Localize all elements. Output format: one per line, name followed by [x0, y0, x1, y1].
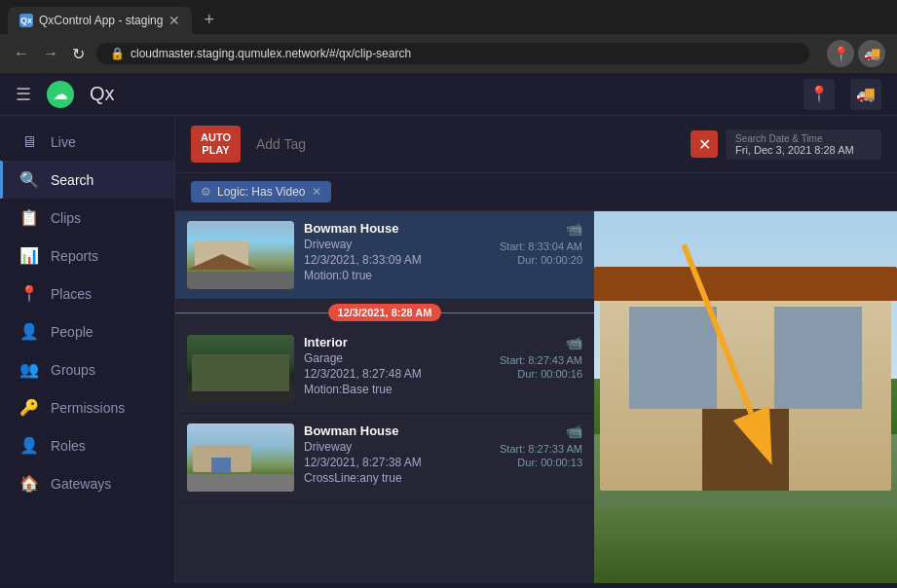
sidebar-item-permissions[interactable]: 🔑 Permissions: [0, 388, 174, 426]
clip-location: Driveway: [304, 440, 490, 454]
clip-list: Bowman House Driveway 12/3/2021, 8:33:09…: [175, 211, 594, 583]
gateways-icon: 🏠: [19, 474, 39, 493]
new-tab-button[interactable]: +: [196, 6, 222, 34]
clip-duration: Dur: 00:00:20: [500, 254, 582, 266]
clip-start-time: Start: 8:27:43 AM: [500, 354, 582, 366]
sidebar-item-places[interactable]: 📍 Places: [0, 275, 174, 312]
app-topbar: ☰ ☁ Qx 📍 🚚: [0, 73, 897, 116]
search-date-area: Search Date & Time Fri, Dec 3, 2021 8:28…: [726, 129, 881, 160]
reports-icon: 📊: [19, 246, 39, 265]
sidebar-label-search: Search: [51, 172, 93, 188]
active-tab[interactable]: Qx QxControl App - staging ✕: [8, 7, 192, 34]
clip-datetime: 12/3/2021, 8:33:09 AM: [304, 253, 490, 267]
clip-duration: Dur: 00:00:16: [500, 368, 582, 380]
sidebar-item-groups[interactable]: 👥 Groups: [0, 350, 174, 388]
extensions-button[interactable]: 🚚: [858, 40, 885, 67]
logo-icon: ☁: [54, 87, 67, 102]
camera-icon: 📹: [500, 423, 582, 439]
places-icon: 📍: [19, 284, 39, 303]
address-bar: ← → ↻ 🔒 cloudmaster.staging.qumulex.netw…: [0, 34, 897, 73]
preview-house-body: [600, 286, 891, 491]
camera-icon: 📹: [500, 335, 582, 350]
people-icon: 👤: [19, 322, 39, 341]
clip-item[interactable]: Bowman House Driveway 12/3/2021, 8:33:09…: [175, 211, 594, 300]
sidebar-item-roles[interactable]: 👤 Roles: [0, 426, 174, 464]
url-text: cloudmaster.staging.qumulex.network/#/qx…: [131, 47, 411, 60]
url-bar[interactable]: 🔒 cloudmaster.staging.qumulex.network/#/…: [96, 43, 809, 64]
clip-title: Interior: [304, 335, 490, 349]
sidebar-item-live[interactable]: 🖥 Live: [0, 124, 174, 161]
refresh-button[interactable]: ↻: [70, 43, 87, 65]
clip-thumbnail: [187, 221, 294, 289]
tag-input[interactable]: [248, 132, 683, 156]
menu-button[interactable]: ☰: [16, 84, 31, 105]
tab-title: QxControl App - staging: [39, 14, 163, 27]
sidebar-label-clips: Clips: [51, 210, 81, 226]
clip-datetime: 12/3/2021, 8:27:38 AM: [304, 456, 490, 469]
preview-roof: [594, 267, 896, 301]
time-marker: 12/3/2021, 8:28 AM: [175, 300, 594, 325]
forward-button[interactable]: →: [41, 43, 60, 64]
search-icon: 🔍: [19, 170, 39, 189]
sidebar-item-reports[interactable]: 📊 Reports: [0, 237, 174, 275]
clip-start-time: Start: 8:27:33 AM: [500, 443, 582, 455]
filter-chip[interactable]: ⚙ Logic: Has Video ✕: [191, 181, 331, 202]
clip-item[interactable]: Bowman House Driveway 12/3/2021, 8:27:38…: [175, 414, 594, 502]
autoplay-button[interactable]: AUTOPLAY: [191, 126, 241, 163]
location-button[interactable]: 📍: [804, 79, 835, 110]
filter-chip-close-button[interactable]: ✕: [312, 185, 321, 199]
sidebar-item-search[interactable]: 🔍 Search: [0, 161, 174, 199]
clip-thumbnail: [187, 423, 294, 492]
search-toolbar: AUTOPLAY ✕ Search Date & Time Fri, Dec 3…: [175, 116, 897, 173]
clip-meta: 📹 Start: 8:27:33 AM Dur: 00:00:13: [500, 423, 582, 468]
clip-item[interactable]: Interior Garage 12/3/2021, 8:27:48 AM Mo…: [175, 325, 594, 414]
sidebar-label-live: Live: [51, 134, 76, 150]
app-brand: Qx: [90, 83, 115, 105]
clip-start-time: Start: 8:33:04 AM: [500, 240, 582, 252]
clip-datetime: 12/3/2021, 8:27:48 AM: [304, 367, 490, 381]
tab-close-button[interactable]: ✕: [168, 13, 180, 28]
clip-meta: 📹 Start: 8:27:43 AM Dur: 00:00:16: [500, 335, 582, 380]
preview-panel: [594, 211, 897, 583]
sidebar-label-permissions: Permissions: [51, 400, 125, 416]
preview-ground: [594, 509, 897, 583]
clip-motion: Motion:0 true: [304, 269, 490, 282]
sidebar-item-gateways[interactable]: 🏠 Gateways: [0, 464, 174, 502]
sidebar-label-places: Places: [51, 286, 92, 302]
sidebar-label-gateways: Gateways: [51, 476, 111, 492]
app-logo: ☁: [47, 81, 74, 108]
sidebar: 🖥 Live 🔍 Search 📋 Clips 📊 Reports 📍 Plac…: [0, 116, 175, 583]
roles-icon: 👤: [19, 436, 39, 455]
browser-chrome: Qx QxControl App - staging ✕ + ← → ↻ 🔒 c…: [0, 0, 897, 73]
close-icon: ✕: [698, 135, 711, 154]
clips-icon: 📋: [19, 208, 39, 227]
live-icon: 🖥: [19, 133, 39, 151]
preview-door: [702, 409, 790, 491]
search-date-value: Fri, Dec 3, 2021 8:28 AM: [735, 144, 872, 156]
back-button[interactable]: ←: [12, 43, 31, 64]
sidebar-item-people[interactable]: 👤 People: [0, 312, 174, 350]
sidebar-label-people: People: [51, 324, 93, 340]
close-search-button[interactable]: ✕: [691, 130, 718, 158]
tab-favicon: Qx: [19, 14, 33, 27]
clip-title: Bowman House: [304, 221, 490, 236]
profile-button[interactable]: 📍: [827, 40, 854, 67]
clip-info: Bowman House Driveway 12/3/2021, 8:33:09…: [304, 221, 490, 282]
results-area: Bowman House Driveway 12/3/2021, 8:33:09…: [175, 211, 897, 583]
app-wrapper: ☰ ☁ Qx 📍 🚚 🖥 Live 🔍 Search 📋 Clips 📊: [0, 73, 897, 583]
camera-icon: 📹: [500, 221, 582, 237]
browser-actions: 📍 🚚: [827, 40, 885, 67]
preview-window2: [774, 307, 862, 409]
sidebar-label-reports: Reports: [51, 248, 98, 264]
delivery-button[interactable]: 🚚: [850, 79, 881, 110]
clip-meta: 📹 Start: 8:33:04 AM Dur: 00:00:20: [500, 221, 582, 266]
app-container: 🖥 Live 🔍 Search 📋 Clips 📊 Reports 📍 Plac…: [0, 116, 897, 583]
search-date-label: Search Date & Time: [735, 133, 872, 144]
preview-scene: [594, 211, 897, 583]
time-marker-badge: 12/3/2021, 8:28 AM: [328, 304, 442, 321]
clip-motion: Motion:Base true: [304, 383, 490, 396]
sidebar-item-clips[interactable]: 📋 Clips: [0, 199, 174, 237]
clip-info: Interior Garage 12/3/2021, 8:27:48 AM Mo…: [304, 335, 490, 396]
clip-location: Garage: [304, 351, 490, 365]
preview-window1: [629, 307, 717, 409]
